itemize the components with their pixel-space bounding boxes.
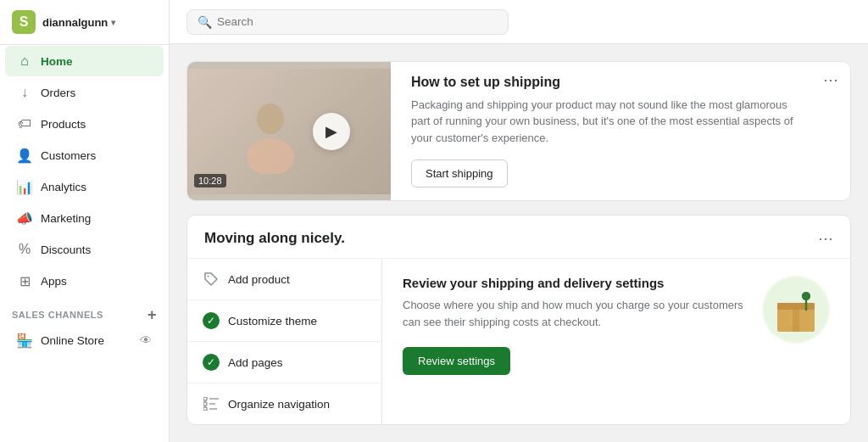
- marketing-icon: 📣: [17, 210, 32, 226]
- sidebar-item-marketing-label: Marketing: [41, 212, 91, 225]
- main-area: 🔍 ▶ 10:28 How to set up shipping Pa: [170, 0, 868, 442]
- chevron-down-icon: ▾: [111, 18, 115, 27]
- sidebar-item-marketing[interactable]: 📣 Marketing: [5, 203, 164, 233]
- task-item-organize-nav[interactable]: Organize navigation: [187, 383, 381, 424]
- task-label-customize-theme: Customize theme: [228, 315, 317, 327]
- task-item-customize-theme[interactable]: ✓ Customize theme: [187, 300, 381, 342]
- discounts-icon: %: [17, 242, 32, 257]
- sidebar-item-apps-label: Apps: [41, 275, 67, 288]
- task-icon-customize-theme: ✓: [203, 312, 220, 329]
- svg-rect-5: [203, 407, 207, 411]
- sales-channels-label: SALES CHANNELS: [12, 310, 103, 320]
- progress-card-body: Add product ✓ Customize theme ✓: [187, 259, 850, 424]
- video-thumb-inner: ▶ 10:28: [187, 69, 391, 194]
- progress-card-header: Moving along nicely. ⋯: [187, 215, 850, 259]
- home-icon: ⌂: [17, 53, 32, 69]
- topbar: 🔍: [170, 0, 868, 44]
- sidebar-item-analytics[interactable]: 📊 Analytics: [5, 171, 164, 202]
- progress-card-more-icon[interactable]: ⋯: [818, 229, 833, 248]
- check-circle-icon: ✓: [203, 312, 220, 329]
- shipping-card-title: How to set up shipping: [411, 75, 803, 90]
- add-sales-channel-icon[interactable]: +: [147, 307, 157, 322]
- search-input[interactable]: [217, 15, 498, 28]
- task-icon-add-pages: ✓: [203, 354, 220, 371]
- task-label-add-product: Add product: [228, 273, 290, 286]
- online-store-label: Online Store: [41, 334, 131, 347]
- sidebar-item-discounts[interactable]: % Discounts: [5, 234, 164, 265]
- delivery-illustration: [762, 276, 830, 344]
- customers-icon: 👤: [17, 148, 32, 163]
- review-settings-button[interactable]: Review settings: [403, 347, 510, 375]
- main-content: ▶ 10:28 How to set up shipping Packaging…: [170, 44, 868, 442]
- delivery-text: Review your shipping and delivery settin…: [403, 276, 748, 375]
- apps-icon: ⊞: [17, 273, 32, 288]
- products-icon: 🏷: [17, 116, 32, 131]
- delivery-box-svg: [762, 276, 830, 344]
- tasks-list: Add product ✓ Customize theme ✓: [187, 259, 382, 424]
- task-item-add-product[interactable]: Add product: [187, 259, 381, 300]
- task-icon-organize-nav: [203, 395, 220, 412]
- store-name-label: diannalgunn: [42, 16, 108, 29]
- tag-icon: [203, 271, 219, 287]
- shipping-card-more-icon[interactable]: ⋯: [823, 62, 850, 89]
- sidebar-item-analytics-label: Analytics: [41, 181, 86, 193]
- video-person-svg: [228, 89, 313, 174]
- sidebar-item-customers[interactable]: 👤 Customers: [5, 140, 164, 171]
- sidebar-header: S diannalgunn ▾: [0, 0, 169, 45]
- task-label-organize-nav: Organize navigation: [228, 398, 330, 411]
- check-circle-icon-2: ✓: [203, 354, 220, 371]
- sidebar-item-apps[interactable]: ⊞ Apps: [5, 266, 164, 296]
- store-name[interactable]: diannalgunn ▾: [42, 16, 115, 29]
- delivery-panel: Review your shipping and delivery settin…: [382, 259, 850, 424]
- task-icon-add-product: [203, 271, 220, 288]
- video-thumbnail[interactable]: ▶ 10:28: [187, 62, 391, 200]
- svg-rect-12: [793, 303, 799, 332]
- shopify-logo-icon: S: [12, 10, 36, 34]
- delivery-panel-desc: Choose where you ship and how much you c…: [403, 297, 748, 330]
- sidebar-item-orders[interactable]: ↓ Orders: [5, 77, 164, 108]
- online-store-icon: 🏪: [17, 333, 32, 348]
- sidebar-item-products[interactable]: 🏷 Products: [5, 109, 164, 139]
- sidebar-item-products-label: Products: [41, 118, 86, 131]
- shipping-card: ▶ 10:28 How to set up shipping Packaging…: [186, 61, 851, 201]
- sidebar-item-online-store[interactable]: 🏪 Online Store 👁: [5, 327, 164, 354]
- progress-card: Moving along nicely. ⋯ Add product: [186, 215, 851, 425]
- sidebar: S diannalgunn ▾ ⌂ Home ↓ Orders 🏷 Produc…: [0, 0, 170, 442]
- shipping-card-desc: Packaging and shipping your product may …: [411, 97, 803, 147]
- svg-point-13: [801, 291, 811, 301]
- nav-icon: [203, 397, 219, 411]
- analytics-icon: 📊: [17, 179, 32, 194]
- eye-icon[interactable]: 👁: [140, 333, 152, 347]
- svg-rect-4: [203, 402, 207, 406]
- svg-point-2: [208, 276, 209, 277]
- svg-rect-3: [203, 397, 207, 400]
- video-duration: 10:28: [194, 174, 226, 187]
- svg-point-0: [257, 104, 284, 134]
- search-bar[interactable]: 🔍: [186, 9, 509, 35]
- shipping-info: How to set up shipping Packaging and shi…: [391, 62, 823, 200]
- sidebar-item-customers-label: Customers: [41, 149, 96, 162]
- progress-card-title: Moving along nicely.: [204, 230, 345, 247]
- task-label-add-pages: Add pages: [228, 356, 283, 369]
- search-icon: 🔍: [198, 15, 212, 29]
- sidebar-item-orders-label: Orders: [41, 87, 75, 99]
- sidebar-item-discounts-label: Discounts: [41, 243, 91, 256]
- play-button[interactable]: ▶: [313, 113, 350, 150]
- orders-icon: ↓: [17, 85, 32, 100]
- svg-point-1: [247, 138, 294, 174]
- sidebar-item-home-label: Home: [41, 55, 73, 68]
- main-nav: ⌂ Home ↓ Orders 🏷 Products 👤 Customers 📊…: [0, 45, 169, 297]
- sidebar-item-home[interactable]: ⌂ Home: [5, 46, 164, 76]
- sales-channels-section: SALES CHANNELS +: [0, 297, 169, 326]
- delivery-panel-title: Review your shipping and delivery settin…: [403, 276, 748, 290]
- task-item-add-pages[interactable]: ✓ Add pages: [187, 342, 381, 383]
- start-shipping-button[interactable]: Start shipping: [411, 159, 508, 187]
